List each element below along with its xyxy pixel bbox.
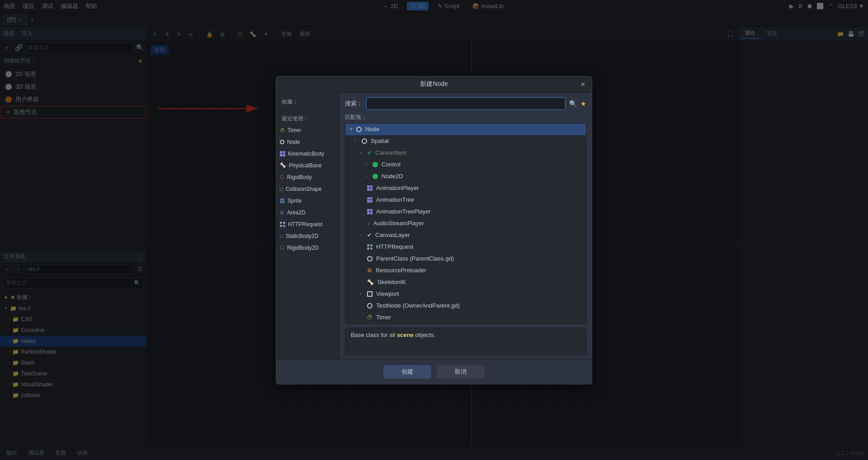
tree-timer-label: Timer [376, 314, 582, 321]
recent-timer-label: Timer [288, 127, 301, 133]
recent-rigidbody2d[interactable]: ⬡ RigidBody2D [276, 242, 339, 254]
new-node-modal: 新建Node ✕ 收藏： 最近使用： ⏱ Timer Node [276, 76, 592, 384]
node-circle-icon [280, 140, 284, 144]
tree-animplayer-label: AnimationPlayer [376, 185, 582, 191]
area2d-icon: ◎ [280, 209, 284, 215]
recent-kinematic-label: KinematicBody [288, 151, 324, 157]
sprite-icon: 🖼 [280, 198, 285, 204]
modal-close-button[interactable]: ✕ [578, 80, 587, 89]
tree-audioplayer-label: AudioStreamPlayer [373, 220, 582, 227]
canvaslayer-icon: ✔ [367, 232, 372, 238]
spatial-circle-icon [362, 138, 367, 144]
tree-animtree[interactable]: AnimationTree [345, 194, 586, 206]
rigidbody-icon: ⬡ [280, 174, 284, 180]
timer-icon: ⏱ [280, 128, 285, 133]
tree-audioplayer[interactable]: ♪ AudioStreamPlayer [345, 218, 586, 229]
tree-animtreeplayer[interactable]: AnimationTreePlayer [345, 206, 586, 218]
recent-rigidbody-label: RigidBody [287, 174, 312, 180]
canvasitem-expand-arrow: › [360, 150, 365, 155]
viewport-square-icon [367, 291, 373, 297]
desc-highlight: scene [397, 332, 414, 338]
node-search-input[interactable] [366, 97, 566, 110]
tree-animtreeplayer-label: AnimationTreePlayer [376, 208, 582, 215]
tree-spatial-label: Spatial [371, 138, 582, 144]
recent-node[interactable]: Node [276, 136, 339, 148]
recent-timer[interactable]: ⏱ Timer [276, 124, 339, 136]
tree-node-root[interactable]: ▼ Node [345, 123, 586, 135]
tree-resourcepreloader[interactable]: ⚙ ResourcePreloader [345, 265, 586, 276]
favorites-label: 收藏： [276, 96, 339, 108]
tree-node-label: Node [365, 126, 582, 133]
tree-testnode[interactable]: TestNode (OwnerAndParent.gd) [345, 300, 586, 312]
recent-kinematic[interactable]: KinematicBody [276, 148, 339, 160]
animplayer-icon [367, 185, 373, 191]
recent-rigidbody[interactable]: ⬡ RigidBody [276, 171, 339, 183]
animtree-icon [367, 197, 373, 203]
recent-area2d[interactable]: ◎ Area2D [276, 207, 339, 218]
tree-testnode-label: TestNode (OwnerAndParent.gd) [376, 302, 582, 309]
canvasitem-check-icon: ✔ [367, 150, 372, 156]
favorite-icon[interactable]: ★ [580, 100, 586, 107]
modal-overlay: 新建Node ✕ 收藏： 最近使用： ⏱ Timer Node [0, 0, 868, 460]
tree-spatial[interactable]: › Spatial [345, 135, 586, 147]
tree-animplayer[interactable]: AnimationPlayer [345, 182, 586, 194]
recent-area2d-label: Area2D [287, 209, 306, 216]
modal-title: 新建Node [420, 80, 448, 88]
node2d-circle-icon [373, 174, 378, 179]
tree-viewport[interactable]: › Viewport [345, 288, 586, 300]
animtreeplayer-icon [367, 209, 373, 214]
tree-node2d-label: Node2D [382, 173, 582, 180]
tree-resource-label: ResourcePreloader [376, 267, 582, 274]
recent-staticbody2d-label: StaticBody2D [286, 233, 319, 239]
tree-animtree-label: AnimationTree [376, 196, 582, 203]
skeleton-icon: 🦴 [367, 279, 374, 285]
tree-skeletonik[interactable]: 🦴 SkeletonIK [345, 276, 586, 288]
recent-sprite[interactable]: 🖼 Sprite [276, 195, 339, 207]
tree-control[interactable]: › Control [345, 159, 586, 171]
node-description: Base class for all scene objects. [345, 327, 586, 355]
modal-titlebar: 新建Node ✕ [276, 76, 592, 93]
cancel-button[interactable]: 取消 [437, 365, 485, 379]
http-grid-icon [367, 244, 373, 250]
search-icon[interactable]: 🔍 [569, 100, 577, 107]
tree-parentclass[interactable]: ParentClass (ParentClass.gd) [345, 253, 586, 265]
testnode-icon [367, 303, 373, 308]
node2d-expand-arrow: › [365, 174, 371, 179]
parentclass-icon [367, 256, 373, 261]
physicalbone-icon: 🦴 [280, 162, 286, 168]
recent-staticbody2d[interactable]: □ StaticBody2D [276, 230, 339, 242]
recent-sprite-label: Sprite [288, 198, 302, 204]
recent-node-label: Node [287, 139, 300, 145]
tree-canvaslayer[interactable]: › ✔ CanvasLayer [345, 229, 586, 241]
recent-rigidbody2d-label: RigidBody2D [287, 245, 319, 251]
tree-skeleton-label: SkeletonIK [377, 279, 582, 285]
tree-control-label: Control [382, 161, 582, 168]
canvaslayer-expand-arrow: › [360, 232, 365, 237]
match-label: 匹配项： [345, 114, 586, 121]
http-icon [280, 222, 285, 227]
resource-icon: ⚙ [367, 267, 372, 274]
search-label: 搜索： [345, 100, 363, 108]
tree-node2d[interactable]: › Node2D [345, 171, 586, 182]
audioplayer-icon: ♪ [367, 220, 370, 227]
node-expand-arrow: ▼ [349, 127, 354, 132]
viewport-expand-arrow: › [360, 291, 365, 296]
tree-viewport-label: Viewport [376, 290, 582, 297]
create-node-button[interactable]: 创建 [383, 365, 431, 379]
spatial-expand-arrow: › [354, 138, 360, 143]
node-tree: ▼ Node › Spatial › ✔ CanvasItem [345, 123, 586, 324]
control-expand-arrow: › [365, 162, 371, 167]
recent-physicalbone-label: PhysicalBone [289, 162, 322, 169]
tree-httprequest[interactable]: HTTPRequest [345, 241, 586, 253]
tree-timer[interactable]: ⏱ Timer [345, 312, 586, 323]
timer-icon: ⏱ [367, 314, 373, 321]
search-row: 搜索： 🔍 ★ [345, 97, 586, 110]
tree-canvasitem-label: CanvasItem [375, 149, 582, 156]
recent-collision[interactable]: □ CollisionShape [276, 183, 339, 195]
tree-canvasitem[interactable]: › ✔ CanvasItem [345, 147, 586, 159]
recent-http-label: HTTPRequest [288, 221, 322, 228]
modal-right-content: 搜索： 🔍 ★ 匹配项： ▼ Node [340, 93, 592, 359]
recent-physicalbone[interactable]: 🦴 PhysicalBone [276, 160, 339, 171]
recent-httprequest[interactable]: HTTPRequest [276, 218, 339, 230]
tree-canvaslayer-label: CanvasLayer [375, 232, 582, 238]
